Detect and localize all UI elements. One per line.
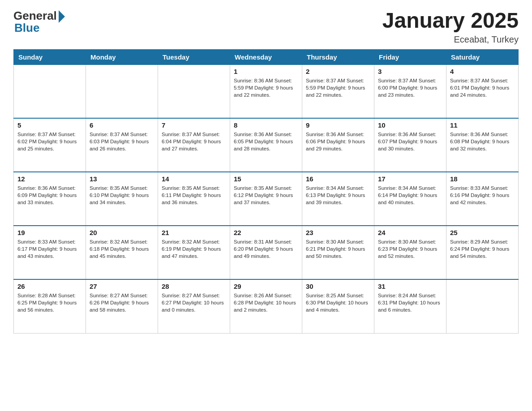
header-wednesday: Wednesday (230, 49, 302, 64)
calendar-cell: 25Sunrise: 8:29 AM Sunset: 6:24 PM Dayli… (446, 226, 519, 279)
week-row-3: 19Sunrise: 8:33 AM Sunset: 6:17 PM Dayli… (14, 226, 519, 279)
calendar-cell: 21Sunrise: 8:32 AM Sunset: 6:19 PM Dayli… (158, 226, 230, 279)
day-info: Sunrise: 8:25 AM Sunset: 6:30 PM Dayligh… (306, 292, 370, 313)
day-number: 28 (162, 283, 226, 290)
header-saturday: Saturday (446, 49, 519, 64)
calendar-cell: 20Sunrise: 8:32 AM Sunset: 6:18 PM Dayli… (86, 226, 158, 279)
calendar-cell: 5Sunrise: 8:37 AM Sunset: 6:02 PM Daylig… (14, 118, 86, 172)
calendar-cell: 13Sunrise: 8:35 AM Sunset: 6:10 PM Dayli… (86, 172, 158, 226)
day-info: Sunrise: 8:27 AM Sunset: 6:26 PM Dayligh… (90, 292, 154, 313)
calendar-cell: 9Sunrise: 8:36 AM Sunset: 6:06 PM Daylig… (302, 118, 374, 172)
day-info: Sunrise: 8:29 AM Sunset: 6:24 PM Dayligh… (450, 238, 515, 260)
day-number: 6 (90, 121, 154, 129)
calendar-cell (158, 64, 230, 118)
day-info: Sunrise: 8:36 AM Sunset: 6:06 PM Dayligh… (306, 131, 370, 152)
day-number: 18 (450, 175, 515, 183)
day-info: Sunrise: 8:37 AM Sunset: 6:02 PM Dayligh… (17, 131, 82, 152)
header-tuesday: Tuesday (158, 49, 230, 64)
day-info: Sunrise: 8:37 AM Sunset: 6:01 PM Dayligh… (450, 77, 515, 98)
calendar-cell: 29Sunrise: 8:26 AM Sunset: 6:28 PM Dayli… (230, 279, 302, 333)
day-number: 15 (234, 175, 298, 183)
day-info: Sunrise: 8:26 AM Sunset: 6:28 PM Dayligh… (234, 292, 298, 313)
day-number: 21 (162, 229, 226, 236)
header-friday: Friday (374, 49, 446, 64)
day-number: 11 (450, 121, 515, 129)
calendar-cell: 4Sunrise: 8:37 AM Sunset: 6:01 PM Daylig… (446, 64, 519, 118)
day-number: 14 (162, 175, 226, 183)
day-number: 24 (378, 229, 442, 236)
calendar-cell: 8Sunrise: 8:36 AM Sunset: 6:05 PM Daylig… (230, 118, 302, 172)
day-number: 19 (17, 229, 82, 236)
header-thursday: Thursday (302, 49, 374, 64)
day-number: 12 (17, 175, 82, 183)
calendar-cell: 15Sunrise: 8:35 AM Sunset: 6:12 PM Dayli… (230, 172, 302, 226)
day-number: 29 (234, 283, 298, 290)
day-number: 31 (378, 283, 442, 290)
logo: General Blue (13, 9, 65, 35)
calendar-cell: 14Sunrise: 8:35 AM Sunset: 6:11 PM Dayli… (158, 172, 230, 226)
logo-arrow-icon (59, 10, 65, 23)
calendar-cell: 3Sunrise: 8:37 AM Sunset: 6:00 PM Daylig… (374, 64, 446, 118)
day-number: 20 (90, 229, 154, 236)
calendar-cell: 1Sunrise: 8:36 AM Sunset: 5:59 PM Daylig… (230, 64, 302, 118)
day-info: Sunrise: 8:37 AM Sunset: 6:00 PM Dayligh… (378, 77, 442, 98)
week-row-4: 26Sunrise: 8:28 AM Sunset: 6:25 PM Dayli… (14, 279, 519, 333)
calendar-cell (446, 279, 519, 333)
day-number: 4 (450, 68, 515, 75)
day-info: Sunrise: 8:34 AM Sunset: 6:13 PM Dayligh… (306, 184, 370, 206)
day-number: 23 (306, 229, 370, 236)
day-info: Sunrise: 8:31 AM Sunset: 6:20 PM Dayligh… (234, 238, 298, 260)
calendar-cell: 16Sunrise: 8:34 AM Sunset: 6:13 PM Dayli… (302, 172, 374, 226)
week-row-0: 1Sunrise: 8:36 AM Sunset: 5:59 PM Daylig… (14, 64, 519, 118)
day-number: 22 (234, 229, 298, 236)
day-info: Sunrise: 8:36 AM Sunset: 6:09 PM Dayligh… (17, 184, 82, 206)
header-sunday: Sunday (14, 49, 86, 64)
calendar-subtitle: Eceabat, Turkey (382, 34, 519, 45)
calendar-cell: 19Sunrise: 8:33 AM Sunset: 6:17 PM Dayli… (14, 226, 86, 279)
header-monday: Monday (86, 49, 158, 64)
calendar-body: 1Sunrise: 8:36 AM Sunset: 5:59 PM Daylig… (14, 64, 519, 333)
header-row: SundayMondayTuesdayWednesdayThursdayFrid… (14, 49, 519, 64)
calendar-cell: 30Sunrise: 8:25 AM Sunset: 6:30 PM Dayli… (302, 279, 374, 333)
calendar-cell: 7Sunrise: 8:37 AM Sunset: 6:04 PM Daylig… (158, 118, 230, 172)
day-number: 7 (162, 121, 226, 129)
day-info: Sunrise: 8:34 AM Sunset: 6:14 PM Dayligh… (378, 184, 442, 206)
day-number: 27 (90, 283, 154, 290)
day-info: Sunrise: 8:24 AM Sunset: 6:31 PM Dayligh… (378, 292, 442, 313)
day-number: 13 (90, 175, 154, 183)
calendar-cell: 6Sunrise: 8:37 AM Sunset: 6:03 PM Daylig… (86, 118, 158, 172)
calendar-cell: 18Sunrise: 8:33 AM Sunset: 6:16 PM Dayli… (446, 172, 519, 226)
day-number: 8 (234, 121, 298, 129)
day-info: Sunrise: 8:30 AM Sunset: 6:21 PM Dayligh… (306, 238, 370, 260)
day-info: Sunrise: 8:33 AM Sunset: 6:17 PM Dayligh… (17, 238, 82, 260)
day-number: 1 (234, 68, 298, 75)
calendar-cell: 27Sunrise: 8:27 AM Sunset: 6:26 PM Dayli… (86, 279, 158, 333)
day-number: 17 (378, 175, 442, 183)
day-info: Sunrise: 8:33 AM Sunset: 6:16 PM Dayligh… (450, 184, 515, 206)
calendar-table: SundayMondayTuesdayWednesdayThursdayFrid… (13, 49, 519, 334)
title-area: January 2025 Eceabat, Turkey (382, 9, 519, 45)
day-number: 16 (306, 175, 370, 183)
calendar-cell: 11Sunrise: 8:36 AM Sunset: 6:08 PM Dayli… (446, 118, 519, 172)
day-number: 3 (378, 68, 442, 75)
calendar-cell: 17Sunrise: 8:34 AM Sunset: 6:14 PM Dayli… (374, 172, 446, 226)
calendar-cell: 2Sunrise: 8:37 AM Sunset: 5:59 PM Daylig… (302, 64, 374, 118)
calendar-cell: 24Sunrise: 8:30 AM Sunset: 6:23 PM Dayli… (374, 226, 446, 279)
day-number: 25 (450, 229, 515, 236)
logo-blue-text: Blue (14, 21, 39, 35)
calendar-cell: 22Sunrise: 8:31 AM Sunset: 6:20 PM Dayli… (230, 226, 302, 279)
calendar-title: January 2025 (382, 9, 519, 33)
day-info: Sunrise: 8:36 AM Sunset: 6:05 PM Dayligh… (234, 131, 298, 152)
calendar-cell: 10Sunrise: 8:36 AM Sunset: 6:07 PM Dayli… (374, 118, 446, 172)
calendar-cell (14, 64, 86, 118)
day-number: 26 (17, 283, 82, 290)
calendar-cell: 12Sunrise: 8:36 AM Sunset: 6:09 PM Dayli… (14, 172, 86, 226)
day-info: Sunrise: 8:36 AM Sunset: 6:07 PM Dayligh… (378, 131, 442, 152)
day-number: 9 (306, 121, 370, 129)
day-info: Sunrise: 8:36 AM Sunset: 6:08 PM Dayligh… (450, 131, 515, 152)
day-number: 30 (306, 283, 370, 290)
day-number: 10 (378, 121, 442, 129)
calendar-cell (86, 64, 158, 118)
day-info: Sunrise: 8:32 AM Sunset: 6:18 PM Dayligh… (90, 238, 154, 260)
page-header: General Blue January 2025 Eceabat, Turke… (13, 9, 519, 45)
